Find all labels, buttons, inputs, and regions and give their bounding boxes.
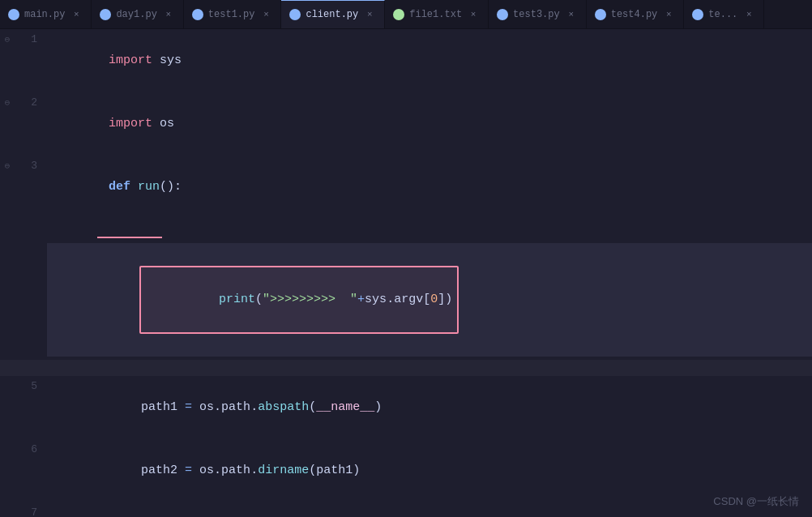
line-num-1: 1 [15, 29, 47, 50]
tab-icon-file1 [393, 9, 404, 20]
close-tab-test4[interactable]: × [662, 8, 675, 21]
tab-test3[interactable]: test3.py × [489, 0, 587, 28]
tab-client[interactable]: client.py × [281, 0, 385, 28]
close-tab-file1[interactable]: × [467, 8, 480, 21]
tab-icon-client [289, 9, 301, 20]
code-line-1: ⊖ 1 import sys [0, 29, 812, 92]
code-line-6: 6 path2 = os.path.dirname(path1) [0, 439, 812, 502]
code-line-7: 7 path3 = os.path.join(path2⚡"file1.txt"… [0, 502, 812, 517]
tab-label-file1: file1.txt [409, 9, 462, 20]
tab-icon-te [692, 9, 703, 20]
close-tab-test3[interactable]: × [565, 8, 578, 21]
separator [0, 360, 812, 376]
tab-label-test3: test3.py [513, 9, 560, 20]
tab-te[interactable]: te... × [684, 0, 764, 28]
close-tab-main[interactable]: × [70, 8, 83, 21]
line-num-3: 3 [15, 156, 47, 177]
tab-label-test1: test1.py [208, 9, 255, 20]
tab-label-test4: test4.py [611, 9, 658, 20]
watermark: CSDN @一纸长情 [713, 494, 799, 509]
tab-label-main: main.py [24, 9, 65, 20]
fold-1[interactable]: ⊖ [0, 29, 15, 50]
line-num-5: 5 [15, 376, 47, 397]
line-content-7: path3 = os.path.join(path2⚡"file1.txt") [47, 502, 812, 517]
tab-bar: main.py × day1.py × test1.py × client.py… [0, 0, 812, 29]
tab-icon-test1 [192, 9, 203, 20]
line-content-3: def run(): [47, 156, 812, 240]
tab-main[interactable]: main.py × [0, 0, 92, 28]
tab-icon-test3 [497, 9, 508, 20]
code-line-3: ⊖ 3 def run(): [0, 156, 812, 240]
line-content-6: path2 = os.path.dirname(path1) [47, 439, 812, 502]
tab-label-day1: day1.py [116, 9, 156, 20]
tab-test4[interactable]: test4.py × [587, 0, 685, 28]
tab-label-client: client.py [306, 9, 358, 20]
tab-icon-day1 [100, 9, 111, 20]
line-content-5: path1 = os.path.abspath(__name__) [47, 376, 812, 439]
line-num-6: 6 [15, 439, 47, 460]
line-num-7: 7 [15, 502, 47, 517]
tab-icon-main [8, 9, 19, 20]
line-content-1: import sys [47, 29, 812, 92]
line-content-2: import os [47, 92, 812, 156]
fold-3[interactable]: ⊖ [0, 156, 15, 177]
line-num-2: 2 [15, 92, 47, 113]
fold-2[interactable]: ⊖ [0, 92, 15, 113]
tab-day1[interactable]: day1.py × [92, 0, 183, 28]
tab-icon-test4 [595, 9, 606, 20]
code-line-2: ⊖ 2 import os [0, 92, 812, 156]
tab-test1[interactable]: test1.py × [184, 0, 282, 28]
line-content-4: print(">>>>>>>>> "+sys.argv[0]) [81, 243, 812, 357]
close-tab-day1[interactable]: × [162, 8, 175, 21]
highlighted-code: print(">>>>>>>>> "+sys.argv[0]) [139, 266, 459, 334]
tab-file1[interactable]: file1.txt × [385, 0, 489, 28]
close-tab-test1[interactable]: × [259, 8, 272, 21]
code-line-5: 5 path1 = os.path.abspath(__name__) [0, 376, 812, 439]
close-tab-te[interactable]: × [742, 8, 755, 21]
tab-label-te: te... [708, 9, 737, 20]
close-tab-client[interactable]: × [363, 8, 376, 21]
editor-container: ⊖ 1 import sys ⊖ 2 import os ⊖ 3 def run… [0, 29, 812, 517]
code-line-4: print(">>>>>>>>> "+sys.argv[0]) [47, 243, 812, 357]
